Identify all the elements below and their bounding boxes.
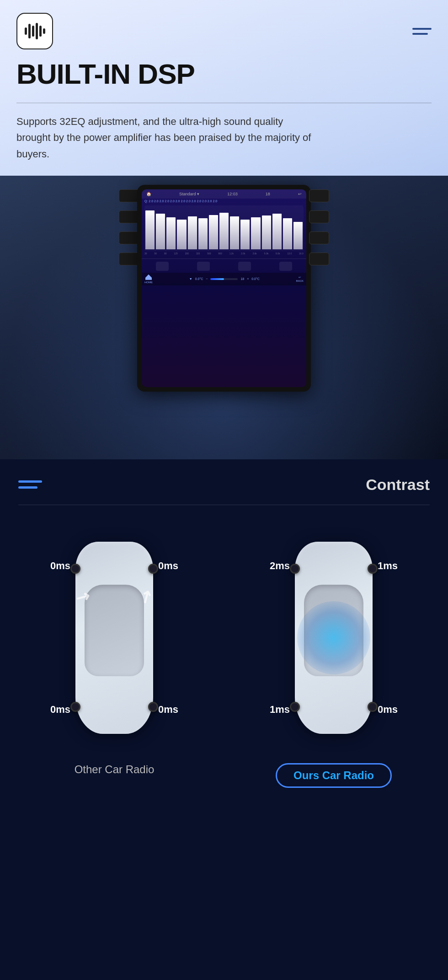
svg-rect-2	[32, 26, 34, 37]
svg-rect-1	[28, 24, 31, 38]
contrast-label: Contrast	[366, 476, 430, 494]
our-speaker-fr	[368, 564, 378, 574]
sound-glow-effect	[297, 601, 370, 674]
eq-q-label: Q: 2.0 2.0 2.0 2.0 2.0 2.0 2.0 2.0 2.0 2…	[144, 199, 217, 203]
eq-bar-0	[145, 210, 155, 249]
eq-bar-6	[209, 215, 218, 249]
right-side-buttons	[309, 189, 329, 265]
page-title: BUILT-IN DSP	[16, 59, 432, 90]
eq-bar-13	[283, 218, 292, 249]
other-car-topview: 0ms 0ms 0ms 0ms ↗ ↗	[50, 523, 178, 752]
left-side-buttons	[119, 189, 139, 265]
svg-rect-5	[43, 28, 45, 34]
other-timing-bottom-right: 0ms	[158, 704, 178, 716]
our-speaker-rr	[368, 702, 378, 712]
eq-bar-5	[198, 218, 208, 249]
eq-bars	[144, 205, 304, 251]
eq-bar-1	[156, 214, 165, 249]
screen-top-bar: 🏠 Standard ▾ 12:03 18 ↩	[142, 189, 306, 199]
side-btn-3	[119, 232, 139, 244]
eq-bar-11	[262, 215, 271, 249]
contrast-divider	[18, 505, 430, 505]
eq-bar-3	[177, 220, 186, 249]
eq-bottom-icons	[142, 258, 306, 273]
our-timing-bottom-right: 0ms	[378, 704, 398, 716]
other-car-roof	[85, 585, 144, 676]
eq-display: 305080125200 3205008001.2k2.0k 3.6k5.0k8…	[142, 204, 306, 257]
other-car-label: Other Car Radio	[75, 763, 155, 776]
temp-right: 0.0°C	[251, 277, 260, 280]
nav-home-btn: HOME	[144, 275, 153, 284]
radio-screen: 🏠 Standard ▾ 12:03 18 ↩ Q: 2.0 2.0 2.0 2…	[142, 189, 306, 387]
radio-unit: 🏠 Standard ▾ 12:03 18 ↩ Q: 2.0 2.0 2.0 2…	[137, 185, 311, 392]
side-btn-1	[119, 189, 139, 202]
top-section: BUILT-IN DSP Supports 32EQ adjustment, a…	[0, 0, 448, 459]
svg-rect-3	[36, 23, 38, 39]
speaker-rl	[70, 702, 80, 712]
eq-bar-4	[188, 216, 197, 249]
speaker-fr	[148, 564, 158, 574]
speaker-fl	[70, 564, 80, 574]
eq-bar-2	[166, 217, 176, 249]
eq-bar-10	[251, 217, 260, 249]
svg-rect-0	[25, 27, 27, 35]
side-btn-4	[119, 253, 139, 265]
header	[0, 0, 448, 59]
dashboard-image: 🏠 Standard ▾ 12:03 18 ↩ Q: 2.0 2.0 2.0 2…	[0, 176, 448, 459]
nav-back-btn: ↩ BACK	[296, 275, 304, 282]
hero-description: Supports 32EQ adjustment, and the ultra-…	[0, 113, 329, 176]
other-car-comparison: 0ms 0ms 0ms 0ms ↗ ↗ Other Car Radio	[9, 523, 219, 776]
our-timing-top-left: 2ms	[270, 560, 290, 572]
our-timing-top-right: 1ms	[378, 560, 398, 572]
hamburger-menu[interactable]	[412, 28, 432, 35]
side-btn-2	[119, 210, 139, 223]
eq-header: Q: 2.0 2.0 2.0 2.0 2.0 2.0 2.0 2.0 2.0 2…	[142, 199, 306, 204]
our-timing-bottom-left: 1ms	[270, 704, 290, 716]
our-speaker-fl	[290, 564, 300, 574]
title-divider	[16, 102, 432, 103]
comparison-area: 0ms 0ms 0ms 0ms ↗ ↗ Other Car Radio	[0, 523, 448, 815]
logo	[16, 13, 53, 49]
eq-bar-7	[219, 213, 229, 249]
eq-bar-14	[293, 222, 303, 249]
other-timing-top-left: 0ms	[50, 560, 70, 572]
title-area: BUILT-IN DSP	[0, 59, 448, 94]
icon-eq	[156, 262, 169, 271]
side-btn-r3	[309, 232, 329, 244]
ac-display: ▼ 0.0°C − 18 + 0.0°C	[189, 277, 260, 280]
screen-bottom-bar: HOME ▼ 0.0°C − 18 + 0.0°C ↩ BACK	[142, 273, 306, 285]
icon-settings	[279, 262, 292, 271]
eq-bar-9	[240, 220, 250, 249]
screen-mode: Standard ▾	[179, 192, 199, 196]
icon-sound	[238, 262, 251, 271]
other-timing-top-right: 0ms	[158, 560, 178, 572]
side-btn-r2	[309, 210, 329, 223]
other-timing-bottom-left: 0ms	[50, 704, 70, 716]
eq-fc-row: 305080125200 3205008001.2k2.0k 3.6k5.0k8…	[144, 251, 304, 255]
contrast-lines-icon	[18, 480, 42, 489]
our-car-badge: Ours Car Radio	[276, 763, 392, 788]
speaker-rr	[148, 702, 158, 712]
eq-bar-12	[272, 214, 282, 249]
svg-rect-4	[39, 26, 42, 37]
fan-level: 18	[240, 277, 244, 280]
icon-car	[197, 262, 210, 271]
screen-back-icon: ↩	[298, 192, 302, 196]
screen-battery: 18	[266, 192, 270, 196]
screen-time: 12:03	[227, 192, 238, 196]
contrast-header: Contrast	[0, 459, 448, 505]
side-btn-r1	[309, 189, 329, 202]
eq-bar-8	[230, 216, 239, 249]
bottom-section: Contrast 0ms 0ms 0ms 0ms ↗	[0, 459, 448, 980]
side-btn-r4	[309, 253, 329, 265]
sound-wave-icon	[23, 19, 47, 43]
temp-left: 0.0°C	[195, 277, 203, 280]
our-car-topview: 2ms 1ms 1ms 0ms	[270, 523, 398, 752]
screen-icon-home: 🏠	[146, 192, 151, 196]
our-car-comparison: 2ms 1ms 1ms 0ms Ours Car Radio	[229, 523, 439, 788]
our-speaker-rl	[290, 702, 300, 712]
